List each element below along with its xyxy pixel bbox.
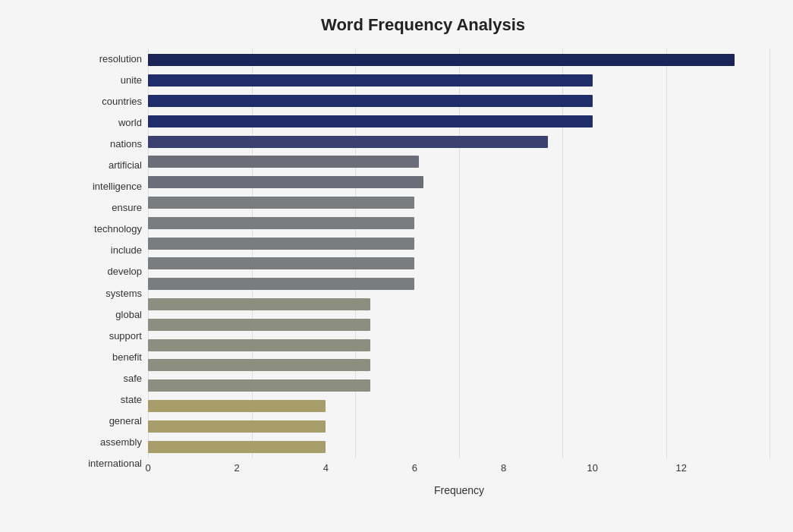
y-label: assembly xyxy=(76,432,148,452)
bar-row xyxy=(148,111,770,131)
y-label: support xyxy=(76,326,148,346)
y-label: benefit xyxy=(76,347,148,367)
bar xyxy=(148,319,370,331)
bar-row xyxy=(148,131,770,152)
bar xyxy=(148,359,370,371)
bar xyxy=(148,379,370,392)
bar-row xyxy=(148,355,770,376)
bar-row xyxy=(148,436,770,457)
y-label: countries xyxy=(76,91,148,112)
x-tick-label: 12 xyxy=(666,462,697,474)
bar-row xyxy=(148,212,770,233)
bar-row xyxy=(148,396,770,417)
bar xyxy=(148,298,370,310)
y-label: safe xyxy=(76,368,148,389)
x-axis-title: Frequency xyxy=(148,484,770,496)
bar xyxy=(148,217,414,229)
bar xyxy=(148,156,419,168)
bar xyxy=(148,197,414,209)
bar-row xyxy=(148,253,770,274)
bar-row xyxy=(148,50,770,71)
bar xyxy=(148,115,593,127)
bar-row xyxy=(148,233,770,253)
y-label: develop xyxy=(76,261,148,282)
bars-and-grid: 024681012 Frequency xyxy=(148,49,770,496)
y-labels: resolutionunitecountriesworldnationsarti… xyxy=(76,49,148,496)
bar-row xyxy=(148,172,770,193)
bar-row xyxy=(148,91,770,112)
bar xyxy=(148,420,326,433)
x-axis-labels: 024681012 xyxy=(148,458,770,481)
bar-row xyxy=(148,335,770,355)
x-tick-label: 6 xyxy=(399,462,430,474)
x-tick-label: 2 xyxy=(222,462,252,474)
x-tick-label: 0 xyxy=(133,462,163,474)
bar-row xyxy=(148,314,770,335)
y-label: artificial xyxy=(76,155,148,175)
bar xyxy=(148,95,593,107)
bar-row xyxy=(148,274,770,294)
bar xyxy=(148,136,548,148)
y-label: general xyxy=(76,411,148,431)
bar xyxy=(148,257,414,269)
x-tick-label: 4 xyxy=(310,462,341,474)
y-label: systems xyxy=(76,283,148,304)
y-label: ensure xyxy=(76,197,148,218)
bar-row xyxy=(148,193,770,213)
grid-and-bars: 024681012 xyxy=(148,49,770,481)
y-label: state xyxy=(76,389,148,410)
bar-row xyxy=(148,152,770,172)
y-label: world xyxy=(76,112,148,133)
chart-container: Word Frequency Analysis resolutionunitec… xyxy=(0,0,793,532)
x-tick-label: 10 xyxy=(577,462,608,474)
bar-row xyxy=(148,376,770,396)
bar xyxy=(148,74,593,87)
bar-row xyxy=(148,416,770,436)
bars-wrapper xyxy=(148,49,770,458)
bar xyxy=(148,238,414,250)
y-label: technology xyxy=(76,219,148,239)
chart-area: resolutionunitecountriesworldnationsarti… xyxy=(76,49,770,496)
y-label: resolution xyxy=(76,49,148,69)
bar-row xyxy=(148,294,770,315)
bar xyxy=(148,54,735,66)
chart-title: Word Frequency Analysis xyxy=(76,15,770,35)
bar xyxy=(148,400,326,412)
y-label: include xyxy=(76,240,148,260)
bar xyxy=(148,278,414,290)
bar xyxy=(148,339,370,351)
y-label: intelligence xyxy=(76,176,148,197)
bar-row xyxy=(148,71,770,91)
bar xyxy=(148,441,326,453)
x-tick-label: 8 xyxy=(489,462,519,474)
y-label: global xyxy=(76,304,148,325)
y-label: nations xyxy=(76,134,148,154)
bar xyxy=(148,176,423,188)
y-label: unite xyxy=(76,70,148,90)
